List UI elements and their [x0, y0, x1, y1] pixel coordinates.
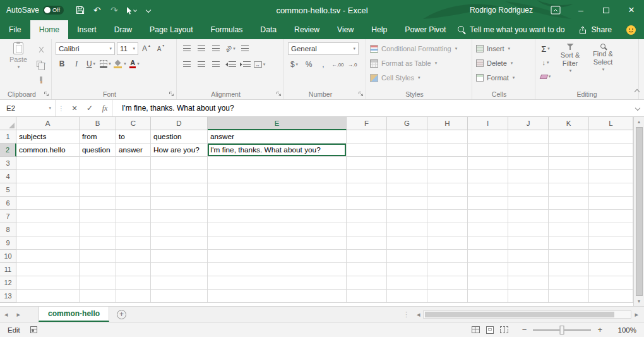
row-header-2[interactable]: 2 — [0, 144, 16, 157]
increase-indent-button[interactable] — [239, 58, 251, 71]
column-header-L[interactable]: L — [589, 117, 633, 130]
align-left-button[interactable] — [181, 58, 193, 71]
row-header-11[interactable]: 11 — [0, 263, 16, 276]
formula-input[interactable]: I'm fine, thanks. What about you? — [112, 100, 631, 116]
minimize-button[interactable]: – — [568, 0, 593, 20]
cell-H9[interactable] — [427, 236, 468, 250]
column-header-E[interactable]: E — [208, 117, 347, 130]
tab-page-layout[interactable]: Page Layout — [141, 20, 201, 39]
cell-K1[interactable] — [549, 130, 589, 144]
column-header-G[interactable]: G — [387, 117, 427, 130]
redo-button[interactable]: ↷ — [107, 2, 122, 18]
cell-B4[interactable] — [80, 170, 116, 183]
delete-cells-button[interactable]: Delete▾ — [476, 56, 531, 70]
cell-L13[interactable] — [589, 290, 633, 303]
user-name[interactable]: Rodrigo Rodriguez — [470, 6, 533, 15]
cell-A4[interactable] — [16, 170, 80, 183]
horizontal-scroll-track[interactable] — [423, 310, 631, 319]
cell-A8[interactable] — [16, 223, 80, 236]
touch-mouse-mode-button[interactable] — [124, 2, 139, 18]
font-color-button[interactable]: A▾ — [128, 58, 141, 70]
ribbon-display-options-button[interactable] — [543, 0, 568, 20]
cell-L8[interactable] — [589, 223, 633, 236]
cell-G11[interactable] — [387, 263, 427, 276]
cell-B12[interactable] — [80, 276, 116, 290]
cell-G5[interactable] — [387, 183, 427, 197]
column-header-A[interactable]: A — [16, 117, 80, 130]
cell-H3[interactable] — [427, 157, 468, 170]
scroll-left-button[interactable]: ◂ — [414, 310, 424, 319]
row-header-9[interactable]: 9 — [0, 236, 16, 250]
tab-home[interactable]: Home — [30, 20, 69, 39]
increase-decimal-button[interactable]: ←.00 — [331, 58, 344, 71]
column-header-C[interactable]: C — [116, 117, 151, 130]
cell-K9[interactable] — [549, 236, 589, 250]
enter-button[interactable]: ✓ — [82, 100, 97, 116]
cell-I7[interactable] — [468, 210, 508, 223]
sheet-nav-left-button[interactable]: ◂ — [0, 307, 13, 322]
cell-L4[interactable] — [589, 170, 633, 183]
format-painter-button[interactable] — [35, 72, 47, 85]
align-right-button[interactable] — [210, 58, 222, 71]
column-header-H[interactable]: H — [427, 117, 468, 130]
cell-G3[interactable] — [387, 157, 427, 170]
cell-C9[interactable] — [116, 236, 151, 250]
cell-K10[interactable] — [549, 250, 589, 263]
cell-styles-button[interactable]: Cell Styles▾ — [370, 71, 468, 85]
cell-L10[interactable] — [589, 250, 633, 263]
cell-F9[interactable] — [347, 236, 387, 250]
cell-B3[interactable] — [80, 157, 116, 170]
cell-F4[interactable] — [347, 170, 387, 183]
decrease-font-size-button[interactable]: A▼ — [155, 42, 167, 55]
zoom-level[interactable]: 100% — [610, 326, 636, 334]
cell-L9[interactable] — [589, 236, 633, 250]
cell-C2[interactable]: answer — [116, 144, 151, 157]
horizontal-scrollbar[interactable]: ◂ ▸ — [414, 307, 641, 322]
zoom-slider[interactable] — [533, 329, 591, 331]
cell-H12[interactable] — [427, 276, 468, 290]
sheet-nav-right-button[interactable]: ▸ — [13, 307, 25, 322]
row-header-8[interactable]: 8 — [0, 223, 16, 236]
cell-I2[interactable] — [468, 144, 508, 157]
cell-C12[interactable] — [116, 276, 151, 290]
row-header-6[interactable]: 6 — [0, 197, 16, 210]
cell-K5[interactable] — [549, 183, 589, 197]
cell-E4[interactable] — [208, 170, 347, 183]
tab-insert[interactable]: Insert — [68, 20, 105, 39]
number-format-select[interactable]: General▾ — [288, 42, 359, 55]
cell-E7[interactable] — [208, 210, 347, 223]
cell-I10[interactable] — [468, 250, 508, 263]
cell-E13[interactable] — [208, 290, 347, 303]
center-button[interactable] — [195, 58, 208, 71]
select-all-button[interactable] — [0, 117, 16, 130]
cell-H2[interactable] — [427, 144, 468, 157]
cell-D10[interactable] — [151, 250, 208, 263]
scroll-down-button[interactable]: ▾ — [634, 297, 644, 306]
cell-C13[interactable] — [116, 290, 151, 303]
column-header-F[interactable]: F — [347, 117, 387, 130]
cell-K13[interactable] — [549, 290, 589, 303]
tell-me-box[interactable]: Tell me what you want to do — [458, 25, 564, 34]
page-layout-view-button[interactable] — [486, 326, 494, 334]
bottom-align-button[interactable] — [210, 42, 222, 55]
cell-A2[interactable]: common.hello — [16, 144, 80, 157]
tab-data[interactable]: Data — [251, 20, 285, 39]
cell-C6[interactable] — [116, 197, 151, 210]
row-header-5[interactable]: 5 — [0, 183, 16, 197]
cell-D8[interactable] — [151, 223, 208, 236]
cell-J6[interactable] — [508, 197, 549, 210]
cell-K6[interactable] — [549, 197, 589, 210]
cell-D11[interactable] — [151, 263, 208, 276]
cell-J1[interactable] — [508, 130, 549, 144]
cell-E1[interactable]: answer — [208, 130, 347, 144]
cell-G12[interactable] — [387, 276, 427, 290]
cell-F5[interactable] — [347, 183, 387, 197]
cell-C4[interactable] — [116, 170, 151, 183]
scroll-right-button[interactable]: ▸ — [631, 310, 641, 319]
cell-D6[interactable] — [151, 197, 208, 210]
cell-B5[interactable] — [80, 183, 116, 197]
cell-G2[interactable] — [387, 144, 427, 157]
cell-J11[interactable] — [508, 263, 549, 276]
cell-L2[interactable] — [589, 144, 633, 157]
column-header-I[interactable]: I — [468, 117, 508, 130]
